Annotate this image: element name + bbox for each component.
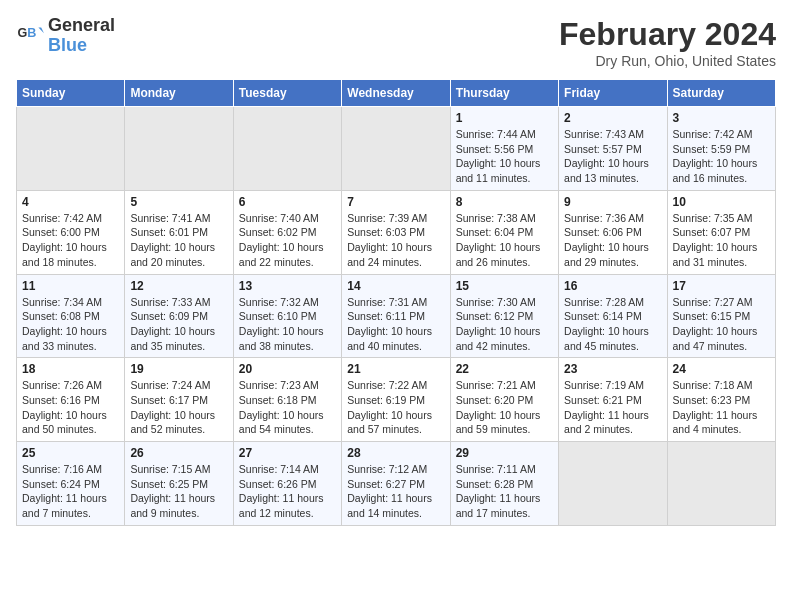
day-number: 24	[673, 362, 770, 376]
day-number: 11	[22, 279, 119, 293]
day-number: 12	[130, 279, 227, 293]
calendar-cell: 15Sunrise: 7:30 AM Sunset: 6:12 PM Dayli…	[450, 274, 558, 358]
day-info: Sunrise: 7:44 AM Sunset: 5:56 PM Dayligh…	[456, 127, 553, 186]
calendar-cell	[342, 107, 450, 191]
calendar-cell: 29Sunrise: 7:11 AM Sunset: 6:28 PM Dayli…	[450, 442, 558, 526]
calendar-cell: 24Sunrise: 7:18 AM Sunset: 6:23 PM Dayli…	[667, 358, 775, 442]
calendar-cell: 5Sunrise: 7:41 AM Sunset: 6:01 PM Daylig…	[125, 190, 233, 274]
calendar-cell: 13Sunrise: 7:32 AM Sunset: 6:10 PM Dayli…	[233, 274, 341, 358]
calendar-cell: 1Sunrise: 7:44 AM Sunset: 5:56 PM Daylig…	[450, 107, 558, 191]
col-header-friday: Friday	[559, 80, 667, 107]
day-info: Sunrise: 7:42 AM Sunset: 5:59 PM Dayligh…	[673, 127, 770, 186]
calendar-cell: 26Sunrise: 7:15 AM Sunset: 6:25 PM Dayli…	[125, 442, 233, 526]
week-row-2: 11Sunrise: 7:34 AM Sunset: 6:08 PM Dayli…	[17, 274, 776, 358]
day-number: 25	[22, 446, 119, 460]
day-info: Sunrise: 7:31 AM Sunset: 6:11 PM Dayligh…	[347, 295, 444, 354]
day-number: 10	[673, 195, 770, 209]
subtitle: Dry Run, Ohio, United States	[559, 53, 776, 69]
day-number: 21	[347, 362, 444, 376]
day-info: Sunrise: 7:27 AM Sunset: 6:15 PM Dayligh…	[673, 295, 770, 354]
column-headers: SundayMondayTuesdayWednesdayThursdayFrid…	[17, 80, 776, 107]
day-number: 23	[564, 362, 661, 376]
svg-marker-2	[38, 27, 44, 33]
col-header-tuesday: Tuesday	[233, 80, 341, 107]
day-info: Sunrise: 7:15 AM Sunset: 6:25 PM Dayligh…	[130, 462, 227, 521]
page-header: G B GeneralBlue February 2024 Dry Run, O…	[16, 16, 776, 69]
day-info: Sunrise: 7:42 AM Sunset: 6:00 PM Dayligh…	[22, 211, 119, 270]
day-info: Sunrise: 7:35 AM Sunset: 6:07 PM Dayligh…	[673, 211, 770, 270]
day-number: 18	[22, 362, 119, 376]
calendar-table: SundayMondayTuesdayWednesdayThursdayFrid…	[16, 79, 776, 526]
calendar-cell: 21Sunrise: 7:22 AM Sunset: 6:19 PM Dayli…	[342, 358, 450, 442]
day-info: Sunrise: 7:11 AM Sunset: 6:28 PM Dayligh…	[456, 462, 553, 521]
calendar-cell: 27Sunrise: 7:14 AM Sunset: 6:26 PM Dayli…	[233, 442, 341, 526]
calendar-cell: 10Sunrise: 7:35 AM Sunset: 6:07 PM Dayli…	[667, 190, 775, 274]
day-number: 14	[347, 279, 444, 293]
day-number: 22	[456, 362, 553, 376]
day-number: 28	[347, 446, 444, 460]
day-info: Sunrise: 7:26 AM Sunset: 6:16 PM Dayligh…	[22, 378, 119, 437]
day-info: Sunrise: 7:19 AM Sunset: 6:21 PM Dayligh…	[564, 378, 661, 437]
day-number: 15	[456, 279, 553, 293]
day-number: 1	[456, 111, 553, 125]
week-row-0: 1Sunrise: 7:44 AM Sunset: 5:56 PM Daylig…	[17, 107, 776, 191]
day-number: 2	[564, 111, 661, 125]
day-info: Sunrise: 7:32 AM Sunset: 6:10 PM Dayligh…	[239, 295, 336, 354]
day-info: Sunrise: 7:36 AM Sunset: 6:06 PM Dayligh…	[564, 211, 661, 270]
day-number: 26	[130, 446, 227, 460]
calendar-cell: 14Sunrise: 7:31 AM Sunset: 6:11 PM Dayli…	[342, 274, 450, 358]
day-info: Sunrise: 7:18 AM Sunset: 6:23 PM Dayligh…	[673, 378, 770, 437]
day-number: 13	[239, 279, 336, 293]
calendar-cell: 25Sunrise: 7:16 AM Sunset: 6:24 PM Dayli…	[17, 442, 125, 526]
logo-text: GeneralBlue	[48, 16, 115, 56]
day-number: 17	[673, 279, 770, 293]
calendar-cell: 16Sunrise: 7:28 AM Sunset: 6:14 PM Dayli…	[559, 274, 667, 358]
day-number: 6	[239, 195, 336, 209]
calendar-cell: 18Sunrise: 7:26 AM Sunset: 6:16 PM Dayli…	[17, 358, 125, 442]
day-number: 29	[456, 446, 553, 460]
day-number: 27	[239, 446, 336, 460]
calendar-cell: 20Sunrise: 7:23 AM Sunset: 6:18 PM Dayli…	[233, 358, 341, 442]
col-header-thursday: Thursday	[450, 80, 558, 107]
day-info: Sunrise: 7:39 AM Sunset: 6:03 PM Dayligh…	[347, 211, 444, 270]
day-number: 20	[239, 362, 336, 376]
calendar-cell	[17, 107, 125, 191]
calendar-cell	[125, 107, 233, 191]
main-title: February 2024	[559, 16, 776, 53]
day-number: 8	[456, 195, 553, 209]
title-block: February 2024 Dry Run, Ohio, United Stat…	[559, 16, 776, 69]
calendar-cell: 8Sunrise: 7:38 AM Sunset: 6:04 PM Daylig…	[450, 190, 558, 274]
day-info: Sunrise: 7:43 AM Sunset: 5:57 PM Dayligh…	[564, 127, 661, 186]
logo-icon: G B	[16, 22, 44, 50]
week-row-3: 18Sunrise: 7:26 AM Sunset: 6:16 PM Dayli…	[17, 358, 776, 442]
day-number: 16	[564, 279, 661, 293]
day-info: Sunrise: 7:21 AM Sunset: 6:20 PM Dayligh…	[456, 378, 553, 437]
week-row-4: 25Sunrise: 7:16 AM Sunset: 6:24 PM Dayli…	[17, 442, 776, 526]
logo-blue: Blue	[48, 35, 87, 55]
day-number: 9	[564, 195, 661, 209]
calendar-cell: 2Sunrise: 7:43 AM Sunset: 5:57 PM Daylig…	[559, 107, 667, 191]
day-number: 7	[347, 195, 444, 209]
calendar-cell: 22Sunrise: 7:21 AM Sunset: 6:20 PM Dayli…	[450, 358, 558, 442]
day-number: 5	[130, 195, 227, 209]
day-number: 3	[673, 111, 770, 125]
day-info: Sunrise: 7:40 AM Sunset: 6:02 PM Dayligh…	[239, 211, 336, 270]
day-info: Sunrise: 7:34 AM Sunset: 6:08 PM Dayligh…	[22, 295, 119, 354]
calendar-cell	[233, 107, 341, 191]
logo: G B GeneralBlue	[16, 16, 115, 56]
svg-text:G: G	[17, 26, 27, 40]
day-info: Sunrise: 7:22 AM Sunset: 6:19 PM Dayligh…	[347, 378, 444, 437]
day-info: Sunrise: 7:41 AM Sunset: 6:01 PM Dayligh…	[130, 211, 227, 270]
calendar-cell: 17Sunrise: 7:27 AM Sunset: 6:15 PM Dayli…	[667, 274, 775, 358]
day-info: Sunrise: 7:30 AM Sunset: 6:12 PM Dayligh…	[456, 295, 553, 354]
day-info: Sunrise: 7:23 AM Sunset: 6:18 PM Dayligh…	[239, 378, 336, 437]
calendar-cell: 3Sunrise: 7:42 AM Sunset: 5:59 PM Daylig…	[667, 107, 775, 191]
col-header-sunday: Sunday	[17, 80, 125, 107]
calendar-cell: 7Sunrise: 7:39 AM Sunset: 6:03 PM Daylig…	[342, 190, 450, 274]
day-number: 4	[22, 195, 119, 209]
day-info: Sunrise: 7:24 AM Sunset: 6:17 PM Dayligh…	[130, 378, 227, 437]
calendar-cell	[667, 442, 775, 526]
calendar-cell: 19Sunrise: 7:24 AM Sunset: 6:17 PM Dayli…	[125, 358, 233, 442]
calendar-cell: 28Sunrise: 7:12 AM Sunset: 6:27 PM Dayli…	[342, 442, 450, 526]
day-info: Sunrise: 7:28 AM Sunset: 6:14 PM Dayligh…	[564, 295, 661, 354]
